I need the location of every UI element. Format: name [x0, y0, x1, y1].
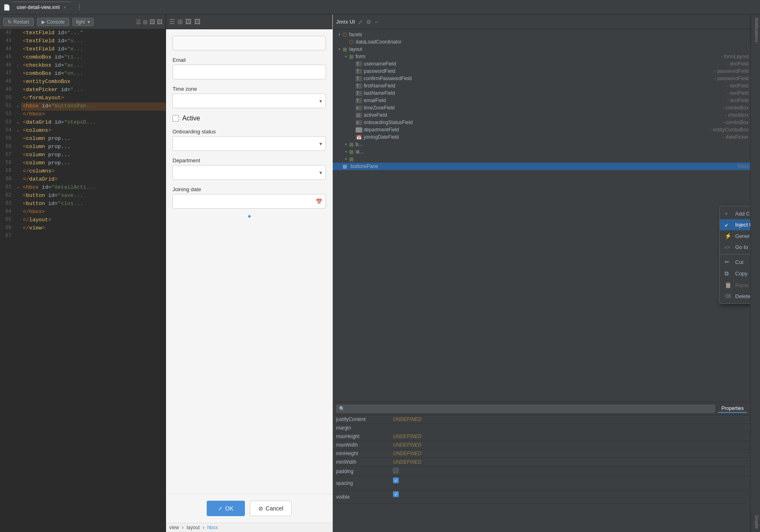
tree-item-passwordfield[interactable]: T passwordField - passwordField	[333, 68, 750, 75]
gradle-tab[interactable]: Gradle	[751, 512, 760, 532]
code-line-58: 58 <column prop...	[0, 159, 166, 168]
tree-item-facets[interactable]: ▾ ⬡ facets	[333, 31, 750, 38]
go-to-xml-icon: <>	[725, 245, 731, 250]
tree-item-joiningdatefield[interactable]: 📅 joiningDateField - datePicker	[333, 133, 750, 141]
code-line-50: 50 </formLayout>	[0, 94, 166, 102]
st-arrow-icon: ▾	[343, 150, 349, 154]
ok-button[interactable]: ✓ OK	[207, 501, 245, 516]
preview-toolbar: ☰ ⊞ 🖼 🖼	[166, 15, 332, 29]
ctx-copy[interactable]: ⧉ Copy ⌘C	[720, 268, 750, 279]
joining-date-input[interactable]: 📅	[173, 194, 326, 209]
timezone-label: Time zone	[173, 86, 326, 92]
image1-icon[interactable]: 🖼	[149, 19, 155, 25]
code-line-42: 42 <textField id="..."	[0, 29, 166, 37]
code-line-62: 62 <button id="save...	[0, 192, 166, 200]
facets-icon: ⬡	[343, 32, 349, 37]
timezone-arrow-icon: ▾	[319, 98, 322, 104]
jmix-collapse-icon[interactable]: ⤢	[358, 19, 363, 25]
ctx-generate-handler-label: Generate Handler	[735, 233, 750, 239]
code-line-52: 52 </hbox>	[0, 111, 166, 119]
tree-item-b[interactable]: ▾ ▦ b...	[333, 141, 750, 148]
onboarding-select[interactable]: ▾	[173, 136, 326, 151]
tree-item-firstnamefield[interactable]: T firstNameField - textField	[333, 82, 750, 89]
email-input[interactable]	[173, 65, 326, 79]
code-line-44: 44 <textField id="e...	[0, 46, 166, 54]
hbox-label: hbox	[207, 525, 218, 530]
ctx-separator1	[720, 254, 750, 255]
tree-item-layout[interactable]: ▾ ▦ layout	[333, 46, 750, 53]
b-arrow-icon: ▾	[343, 142, 349, 146]
jmix-minimize-icon[interactable]: −	[375, 19, 378, 25]
ctx-add-component[interactable]: + Add Component...	[720, 208, 750, 219]
ctx-go-to-xml[interactable]: <> Go to XML	[720, 242, 750, 253]
console-button[interactable]: ▶ Console	[37, 18, 69, 26]
restart-button[interactable]: ↻ Restart	[3, 18, 34, 26]
view-label: view	[169, 525, 179, 530]
notifications-tab[interactable]: Notifications	[751, 15, 760, 46]
cut-icon: ✂	[725, 259, 731, 265]
image2-icon[interactable]: 🖼	[157, 19, 162, 25]
breadcrumb-sep2: ›	[203, 525, 204, 530]
jmix-header-icons: ⤢ ⚙ −	[358, 19, 378, 25]
search-input[interactable]	[347, 406, 712, 412]
tree-item-usernamefield[interactable]: T usernameField - textField	[333, 60, 750, 68]
tree-item-activefield[interactable]: ☑ activeField - checkbox	[333, 111, 750, 119]
email-field-group: Email	[173, 57, 326, 79]
active-indicator-dot	[248, 215, 251, 218]
ctx-add-component-label: Add Component...	[735, 211, 750, 217]
grid-icon[interactable]: ⊞	[143, 19, 148, 25]
tree-item-detail[interactable]: ▾ ▦	[333, 155, 750, 163]
ctx-cut[interactable]: ✂ Cut ⌘X	[720, 256, 750, 268]
timezone-select[interactable]: ▾	[173, 94, 326, 108]
padding-checkbox[interactable]	[393, 468, 399, 473]
add-component-icon: +	[725, 210, 731, 217]
tree-item-lastnamefield[interactable]: T lastNameField - textField	[333, 89, 750, 97]
preview-image1-icon[interactable]: 🖼	[185, 18, 192, 26]
preview-grid-icon[interactable]: ⊞	[177, 18, 183, 26]
jmix-settings-icon[interactable]: ⚙	[366, 19, 371, 25]
tree-item-timezonefield[interactable]: ≡ timeZoneField - comboBox	[333, 104, 750, 111]
hamburger-icon[interactable]: ☰	[136, 19, 141, 25]
tree-item-buttonspane[interactable]: ▦ buttonsPane hbox	[333, 163, 750, 170]
cancel-button[interactable]: ⊘ Cancel	[250, 501, 292, 516]
layout-arrow-icon: ▾	[336, 47, 343, 51]
department-select[interactable]: ▾	[173, 165, 326, 180]
ctx-cut-label: Cut	[735, 259, 750, 265]
layout-label: layout	[187, 525, 200, 530]
top-input[interactable]	[173, 36, 326, 50]
tree-item-onboardingstatusfield[interactable]: ≡ onboardingStatusField - comboBox	[333, 119, 750, 126]
dropdown-arrow-icon: ▾	[87, 19, 90, 25]
theme-dropdown[interactable]: light ▾	[72, 18, 94, 26]
tree-item-dataloadcoordinator[interactable]: ⬡ dataLoadCoordinator	[333, 38, 750, 46]
code-line-67: 67	[0, 233, 166, 241]
tree-item-departmentfield[interactable]: ⋮⋮⋮ departmentField - entityComboBox	[333, 126, 750, 133]
tab-menu-icon[interactable]: ⋮	[76, 3, 83, 11]
preview-hamburger-icon[interactable]: ☰	[169, 18, 175, 26]
properties-search[interactable]: 🔍	[336, 405, 715, 413]
context-menu: + Add Component... ↙ Inject to Controlle…	[719, 206, 750, 304]
ctx-delete[interactable]: ⌫ Delete ⌫	[720, 291, 750, 302]
department-arrow-icon: ▾	[319, 170, 322, 176]
tab-close-button[interactable]: ×	[63, 5, 66, 10]
code-line-56: 56 <column prop...	[0, 143, 166, 151]
generate-handler-icon: ⚡	[725, 233, 731, 239]
side-tabs: Notifications Gradle	[750, 15, 760, 532]
tree-item-emailfield[interactable]: T emailField - textField	[333, 97, 750, 104]
ctx-paste[interactable]: 📋 Paste ⌘V	[720, 279, 750, 291]
ctx-generate-handler[interactable]: ⚡ Generate Handler	[720, 230, 750, 242]
ok-checkmark-icon: ✓	[218, 505, 223, 512]
spacing-checkbox[interactable]: ✓	[393, 477, 399, 483]
delete-icon: ⌫	[725, 294, 731, 299]
tree-item-confirmpasswordfield[interactable]: T confirmPasswordField - passwordField	[333, 75, 750, 82]
properties-tab[interactable]: Properties	[718, 405, 747, 413]
visible-checkbox[interactable]: ✓	[393, 491, 399, 497]
tree-item-form[interactable]: ▾ ▦ form - formLayout	[333, 53, 750, 60]
tree-item-st[interactable]: ▾ ▦ st...	[333, 148, 750, 155]
inject-icon: ↙	[725, 222, 731, 228]
copy-icon: ⧉	[725, 270, 731, 277]
ctx-inject-to-controller[interactable]: ↙ Inject to Controller	[720, 219, 750, 230]
active-checkbox[interactable]	[173, 115, 179, 122]
code-line-64: 64 </hbox>	[0, 208, 166, 216]
preview-image2-icon[interactable]: 🖼	[194, 18, 201, 26]
tab-user-detail-view[interactable]: user-detail-view.xml ×	[12, 2, 71, 13]
